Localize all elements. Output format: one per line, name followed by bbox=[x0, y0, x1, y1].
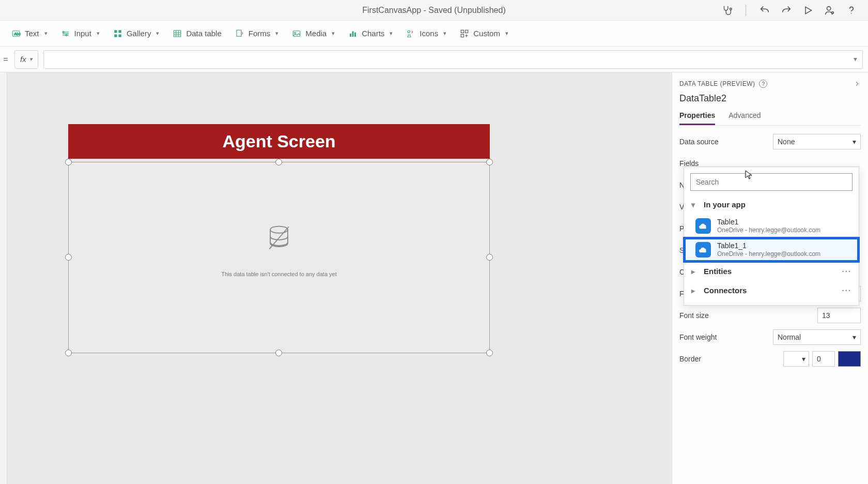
resize-handle[interactable] bbox=[486, 159, 493, 165]
data-source-popup: ▾ In your app Table1 OneDrive - henry.le… bbox=[684, 167, 859, 306]
icons-icon bbox=[406, 29, 415, 38]
fx-selector[interactable]: fx ▾ bbox=[14, 50, 38, 69]
border-color-swatch[interactable] bbox=[838, 351, 861, 367]
canvas[interactable]: Agent Screen bbox=[7, 72, 672, 484]
chevron-right-icon: ▸ bbox=[691, 286, 699, 295]
datatable-icon bbox=[173, 29, 182, 38]
prop-border: Border ▾ 0 bbox=[679, 348, 861, 370]
svg-rect-29 bbox=[466, 30, 468, 33]
svg-point-27 bbox=[408, 31, 410, 33]
ds-item-table1-1[interactable]: Table1_1 OneDrive - henry.legge@outlook.… bbox=[684, 238, 859, 262]
ribbon-charts[interactable]: Charts▾ bbox=[348, 29, 393, 38]
ribbon-icons[interactable]: Icons▾ bbox=[406, 29, 446, 38]
formula-input[interactable]: ▾ bbox=[43, 50, 863, 69]
prop-label: Font size bbox=[679, 311, 709, 320]
ds-item-label: Table1 bbox=[717, 218, 820, 226]
chevron-down-icon: ▾ bbox=[275, 30, 278, 37]
ribbon-custom[interactable]: Custom▾ bbox=[460, 29, 508, 38]
resize-handle[interactable] bbox=[486, 254, 493, 261]
ribbon-label: Charts bbox=[362, 29, 384, 38]
chevron-down-icon: ▾ bbox=[44, 30, 48, 37]
ribbon-forms[interactable]: Forms▾ bbox=[235, 29, 279, 38]
prop-font-size: Font size 13 bbox=[679, 305, 861, 326]
ribbon-label: Custom bbox=[473, 29, 500, 38]
svg-point-4 bbox=[851, 13, 852, 14]
play-icon[interactable] bbox=[802, 4, 814, 17]
undo-icon[interactable] bbox=[758, 4, 771, 17]
resize-handle[interactable] bbox=[65, 254, 72, 261]
chevron-down-icon: ▾ bbox=[29, 56, 33, 63]
main-area: Agent Screen bbox=[0, 72, 868, 484]
ribbon-label: Icons bbox=[420, 29, 438, 38]
ribbon-datatable[interactable]: Data table bbox=[173, 29, 221, 38]
empty-caption: This data table isn't connected to any d… bbox=[69, 271, 489, 277]
ribbon-gallery[interactable]: Gallery▾ bbox=[113, 29, 160, 38]
ds-section-in-app[interactable]: ▾ In your app bbox=[684, 195, 859, 214]
insert-ribbon: Abc Text▾ Input▾ Gallery▾ Data table For… bbox=[0, 21, 868, 47]
svg-rect-28 bbox=[461, 30, 463, 33]
resize-handle[interactable] bbox=[275, 350, 282, 356]
ds-section-connectors[interactable]: ▸ Connectors ··· bbox=[684, 281, 859, 300]
border-style-select[interactable]: ▾ bbox=[783, 351, 809, 367]
redo-icon[interactable] bbox=[780, 4, 793, 17]
ds-item-label: Table1_1 bbox=[717, 242, 820, 250]
resize-handle[interactable] bbox=[275, 159, 282, 165]
svg-rect-24 bbox=[350, 34, 351, 37]
search-input[interactable] bbox=[690, 173, 853, 191]
chevron-down-icon: ▾ bbox=[691, 201, 699, 209]
data-source-select[interactable]: None ▾ bbox=[773, 134, 861, 149]
border-width-input[interactable]: 0 bbox=[812, 351, 835, 367]
font-size-input[interactable]: 13 bbox=[817, 308, 861, 323]
text-icon: Abc bbox=[11, 29, 21, 38]
svg-point-2 bbox=[827, 6, 831, 10]
prop-data-source: Data source None ▾ bbox=[679, 131, 861, 153]
expand-icon[interactable] bbox=[854, 80, 861, 87]
properties-panel: DATA TABLE (PREVIEW) ? DataTable2 Proper… bbox=[672, 72, 868, 484]
ds-section-entities[interactable]: ▸ Entities ··· bbox=[684, 262, 859, 281]
svg-rect-25 bbox=[352, 31, 354, 37]
ribbon-input[interactable]: Input▾ bbox=[61, 29, 100, 38]
tab-properties[interactable]: Properties bbox=[679, 107, 715, 125]
more-icon[interactable]: ··· bbox=[842, 267, 851, 276]
empty-db-icon bbox=[264, 223, 295, 254]
resize-handle[interactable] bbox=[65, 159, 72, 165]
media-icon bbox=[292, 29, 301, 38]
ds-item-table1[interactable]: Table1 OneDrive - henry.legge@outlook.co… bbox=[684, 214, 859, 238]
ribbon-label: Data table bbox=[186, 29, 221, 38]
svg-point-31 bbox=[270, 226, 288, 233]
font-weight-select[interactable]: Normal ▾ bbox=[773, 329, 861, 345]
tree-rail[interactable] bbox=[0, 72, 7, 484]
tab-advanced[interactable]: Advanced bbox=[729, 107, 761, 125]
chevron-down-icon: ▾ bbox=[156, 30, 159, 37]
cloud-icon bbox=[695, 218, 711, 234]
screen-header: Agent Screen bbox=[68, 124, 490, 159]
svg-rect-16 bbox=[174, 31, 181, 37]
resize-handle[interactable] bbox=[65, 350, 72, 356]
charts-icon bbox=[348, 29, 358, 38]
svg-point-23 bbox=[295, 32, 296, 34]
datatable-control[interactable]: This data table isn't connected to any d… bbox=[68, 162, 490, 353]
svg-rect-22 bbox=[293, 31, 301, 36]
help-icon[interactable] bbox=[845, 4, 858, 17]
ribbon-label: Input bbox=[74, 29, 91, 38]
ds-search bbox=[690, 173, 853, 191]
section-label: Entities bbox=[704, 267, 732, 276]
chevron-down-icon[interactable]: ▾ bbox=[854, 55, 857, 63]
ribbon-media[interactable]: Media▾ bbox=[292, 29, 335, 38]
ribbon-label: Gallery bbox=[127, 29, 151, 38]
fx-label: fx bbox=[20, 55, 26, 64]
prop-label: Font weight bbox=[679, 333, 717, 341]
stethoscope-icon[interactable] bbox=[721, 4, 733, 17]
svg-marker-1 bbox=[805, 7, 812, 13]
custom-icon bbox=[460, 29, 469, 38]
user-icon[interactable] bbox=[824, 4, 836, 17]
help-icon[interactable]: ? bbox=[759, 80, 767, 88]
chevron-down-icon: ▾ bbox=[802, 355, 805, 363]
more-icon[interactable]: ··· bbox=[842, 286, 851, 295]
chevron-right-icon: ▸ bbox=[691, 267, 699, 276]
ribbon-text[interactable]: Abc Text▾ bbox=[11, 29, 48, 38]
canvas-content: Agent Screen bbox=[68, 124, 490, 365]
svg-rect-21 bbox=[237, 30, 241, 36]
resize-handle[interactable] bbox=[486, 350, 493, 356]
svg-rect-30 bbox=[461, 34, 463, 37]
